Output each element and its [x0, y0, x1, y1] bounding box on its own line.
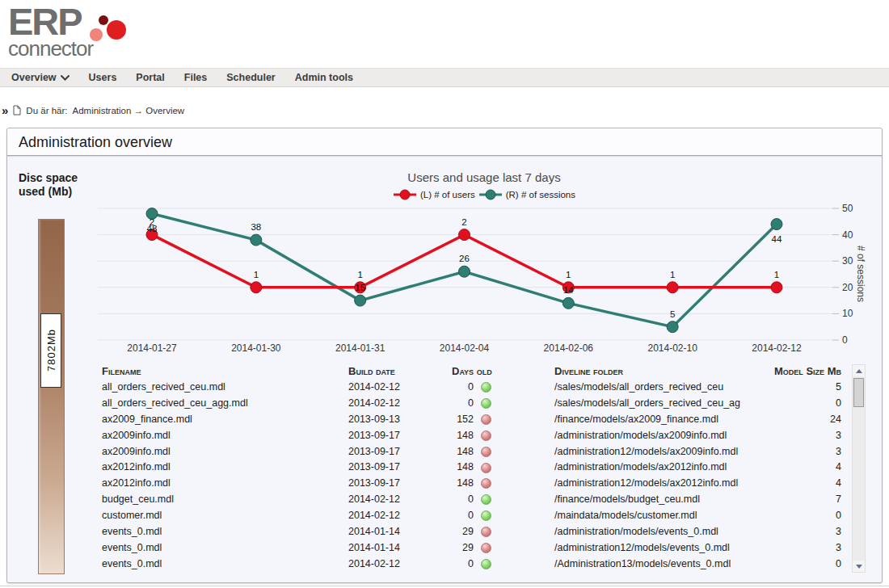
table-row[interactable]: all_orders_recived_ceu.mdl2014-02-120/sa…	[98, 379, 848, 395]
header-diveline-folder[interactable]: Diveline folder	[554, 365, 766, 377]
main-navbar: OverviewUsersPortalFilesSchedulerAdmin t…	[0, 68, 889, 87]
admin-overview-panel: Administration overview Disc space used …	[6, 128, 883, 583]
app-logo: ERP connector	[8, 3, 186, 66]
document-icon	[13, 105, 21, 116]
table-scrollbar[interactable]	[852, 364, 866, 573]
nav-item-files[interactable]: Files	[175, 69, 217, 86]
cell-status	[474, 430, 503, 441]
header-days-old[interactable]: Days old	[449, 365, 503, 377]
svg-text:2014-01-31: 2014-01-31	[335, 342, 386, 354]
breadcrumb-path-links[interactable]: Administration → Overview	[72, 106, 184, 116]
nav-item-portal[interactable]: Portal	[126, 69, 174, 86]
nav-item-admin-tools[interactable]: Admin tools	[285, 69, 363, 86]
cell-build-date: 2014-02-12	[344, 397, 449, 409]
status-green-icon	[481, 382, 491, 393]
svg-text:30: 30	[842, 255, 853, 267]
cell-filename: events_0.mdl	[98, 526, 344, 537]
logo-dot-red-icon	[107, 20, 126, 40]
table-row[interactable]: events_0.mdl2014-02-120/Administration13…	[98, 556, 848, 572]
table-row[interactable]: customer.mdl2014-02-120/maindata/models/…	[98, 507, 848, 523]
table-row[interactable]: events_0.mdl2014-01-1429/administration/…	[98, 523, 848, 540]
nav-item-overview[interactable]: Overview	[11, 69, 79, 86]
svg-text:1: 1	[254, 270, 259, 279]
chart-legend: (L) # of users(R) # of sessions	[250, 189, 718, 200]
table-row[interactable]: ax2009info.mdl2013-09-17148/administrati…	[98, 427, 848, 443]
scrollbar-down-button[interactable]	[853, 561, 865, 572]
cell-diveline-folder: /administration12/models/ax2009info.mdl	[554, 446, 766, 457]
status-green-icon	[481, 398, 491, 409]
cell-build-date: 2013-09-17	[344, 461, 449, 472]
scrollbar-thumb[interactable]	[853, 378, 864, 407]
cell-diveline-folder: /administration/models/ax2009info.mdl	[554, 430, 766, 441]
nav-item-users[interactable]: Users	[79, 69, 127, 86]
header-filename[interactable]: Filename	[98, 365, 344, 377]
svg-text:14: 14	[563, 285, 574, 295]
page-bottom-rule	[0, 586, 889, 586]
table-row[interactable]: ax2009info.mdl2013-09-17148/administrati…	[98, 443, 848, 460]
table-row[interactable]: ax2009_finance.mdl2013-09-13152/finance/…	[98, 411, 848, 427]
nav-item-label: Admin tools	[295, 72, 353, 83]
legend-label: (L) # of users	[420, 190, 475, 200]
table-header-row: Filename Build date Days old Diveline fo…	[98, 363, 848, 379]
nav-item-label: Users	[89, 72, 117, 83]
cell-status	[474, 461, 503, 472]
cell-status	[474, 542, 503, 553]
status-green-icon	[481, 559, 491, 569]
scrollbar-up-button[interactable]	[853, 365, 865, 376]
svg-text:2014-02-04: 2014-02-04	[440, 342, 490, 354]
cell-days-old: 148	[449, 446, 474, 457]
cell-build-date: 2013-09-13	[344, 414, 449, 425]
cell-build-date: 2014-02-12	[344, 381, 449, 393]
status-red-icon	[481, 463, 491, 473]
cell-filename: ax2012info.mdl	[98, 461, 344, 472]
cell-days-old: 0	[449, 397, 474, 409]
cell-days-old: 152	[449, 414, 474, 425]
status-red-icon	[481, 447, 491, 457]
cell-filename: events_0.mdl	[98, 558, 344, 569]
status-red-icon	[481, 414, 491, 425]
cell-model-size: 4	[766, 477, 848, 489]
cell-filename: ax2009info.mdl	[98, 446, 344, 457]
legend-item: (L) # of users	[393, 189, 475, 200]
cell-diveline-folder: /sales/models/all_orders_recived_ceu_ag	[554, 397, 766, 409]
cell-days-old: 148	[449, 430, 474, 441]
svg-text:0: 0	[842, 334, 848, 346]
cell-diveline-folder: /Administration13/models/events_0.mdl	[554, 558, 766, 569]
status-red-icon	[481, 430, 491, 441]
svg-text:2: 2	[150, 217, 154, 227]
cell-diveline-folder: /administration/models/ax2012info.mdl	[554, 461, 766, 472]
cell-build-date: 2014-02-12	[344, 494, 449, 505]
table-row[interactable]: budget_ceu.mdl2014-02-120/finance/models…	[98, 491, 848, 507]
cell-model-size: 4	[766, 461, 848, 472]
header-model-size[interactable]: Model Size Mb	[766, 365, 848, 377]
svg-text:2: 2	[461, 217, 466, 227]
cell-status	[474, 381, 503, 393]
cell-diveline-folder: /sales/models/all_orders_recived_ceu	[554, 381, 766, 393]
cell-model-size: 3	[766, 446, 848, 457]
table-row[interactable]: events_0.mdl2014-01-1429/administration1…	[98, 540, 848, 556]
nav-item-scheduler[interactable]: Scheduler	[217, 69, 284, 86]
header-build-date[interactable]: Build date	[344, 365, 449, 377]
table-row[interactable]: ax2012info.mdl2013-09-17148/administrati…	[98, 475, 848, 491]
cell-days-old: 148	[449, 477, 474, 489]
cell-model-size: 0	[766, 510, 848, 521]
svg-text:40: 40	[842, 229, 853, 241]
cell-diveline-folder: /finance/models/ax2009_finance.mdl	[554, 414, 766, 425]
status-green-icon	[481, 494, 491, 505]
cell-model-size: 24	[766, 414, 848, 425]
svg-text:1: 1	[670, 270, 675, 279]
arrow-up-icon	[856, 369, 862, 373]
models-table: Filename Build date Days old Diveline fo…	[98, 363, 848, 572]
arrow-down-icon	[856, 565, 862, 569]
nav-item-label: Overview	[11, 72, 57, 83]
nav-item-label: Portal	[136, 72, 164, 83]
cell-days-old: 0	[449, 494, 474, 505]
page-title: Administration overview	[19, 134, 172, 151]
table-row[interactable]: all_orders_recived_ceu_agg.mdl2014-02-12…	[98, 395, 848, 411]
legend-label: (R) # of sessions	[506, 190, 575, 200]
cell-model-size: 7	[766, 494, 848, 505]
cell-filename: events_0.mdl	[98, 542, 344, 553]
table-row[interactable]: ax2012info.mdl2013-09-17148/administrati…	[98, 459, 848, 475]
svg-text:2014-01-30: 2014-01-30	[231, 342, 281, 354]
cell-diveline-folder: /administration12/models/ax2012info.mdl	[554, 477, 766, 489]
